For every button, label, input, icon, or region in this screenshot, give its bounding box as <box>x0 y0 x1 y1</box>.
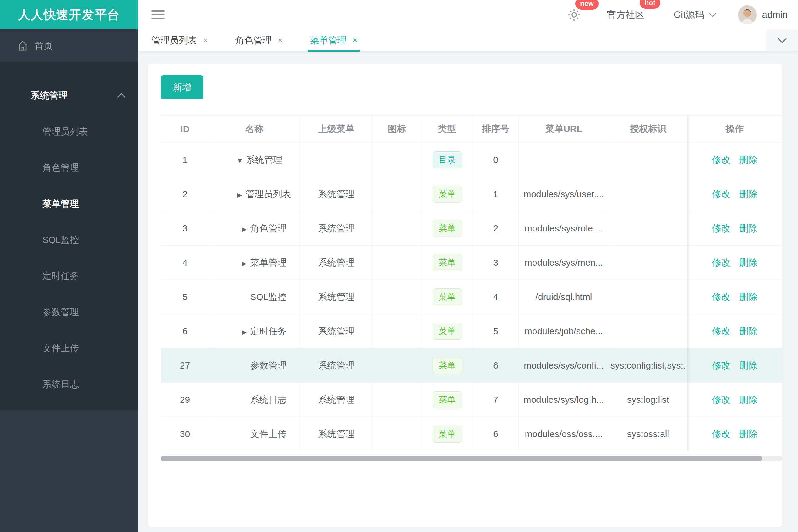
menu-name: 文件上传 <box>250 429 287 439</box>
delete-link[interactable]: 删除 <box>739 429 758 439</box>
sidebar-item-system-log[interactable]: 系统日志 <box>0 366 138 402</box>
menu-name: 定时任务 <box>250 326 287 336</box>
table-row: 5 SQL监控 系统管理 菜单 4 /druid/sql.html 修改删 <box>161 280 782 314</box>
expand-arrow-icon[interactable]: ▶ <box>240 328 248 336</box>
cell-ops: 修改删除 <box>687 348 782 383</box>
cell-id: 27 <box>161 348 209 383</box>
sidebar: 人人快速开发平台 首页 系统管理 管理员列表 角色管理 菜单管理 SQL监控 定… <box>0 0 138 532</box>
sidebar-home-label: 首页 <box>35 40 53 52</box>
chevron-down-icon <box>777 37 787 43</box>
delete-link[interactable]: 删除 <box>739 292 758 302</box>
tab-close-icon[interactable]: × <box>203 36 208 44</box>
expand-arrow-icon[interactable]: ▶ <box>240 226 248 233</box>
edit-link[interactable]: 修改 <box>712 292 730 302</box>
type-badge: 菜单 <box>433 254 462 271</box>
tabs-overflow-button[interactable] <box>766 30 798 51</box>
new-badge: new <box>575 0 599 10</box>
delete-link[interactable]: 删除 <box>739 326 758 336</box>
delete-link[interactable]: 删除 <box>739 223 758 233</box>
menu-mgmt-panel: 新增 ID 名称 上级菜单 图标 类型 排 <box>148 64 782 527</box>
sidebar-submenu-system: 系统管理 管理员列表 角色管理 菜单管理 SQL监控 定时任务 参数管理 文件上… <box>0 62 138 411</box>
sidebar-item-scheduled-tasks[interactable]: 定时任务 <box>0 258 138 294</box>
cell-type: 菜单 <box>422 211 473 246</box>
cell-icon <box>373 211 422 246</box>
cell-url <box>519 143 609 177</box>
edit-link[interactable]: 修改 <box>712 360 730 370</box>
cell-perm <box>609 314 687 348</box>
app-window: 人人快速开发平台 首页 系统管理 管理员列表 角色管理 菜单管理 SQL监控 定… <box>0 0 798 532</box>
sidebar-section-system[interactable]: 系统管理 <box>0 77 138 114</box>
cell-parent: 系统管理 <box>300 246 373 280</box>
edit-link[interactable]: 修改 <box>712 395 730 405</box>
horizontal-scrollbar-track[interactable] <box>161 456 782 461</box>
edit-link[interactable]: 修改 <box>712 326 730 336</box>
menu-name: 系统管理 <box>246 155 282 165</box>
sidebar-item-sql-monitor[interactable]: SQL监控 <box>0 222 138 258</box>
horizontal-scrollbar-thumb[interactable] <box>161 456 762 461</box>
col-header-icon: 图标 <box>373 116 422 143</box>
cell-ops: 修改删除 <box>687 177 782 211</box>
app-logo: 人人快速开发平台 <box>0 0 138 30</box>
cell-name: SQL监控 <box>209 280 300 314</box>
tab-close-icon[interactable]: × <box>278 36 282 44</box>
avatar[interactable] <box>738 5 757 24</box>
cell-name: ▶定时任务 <box>209 314 300 348</box>
cell-perm <box>609 246 687 280</box>
edit-link[interactable]: 修改 <box>712 155 730 165</box>
table-row: 4 ▶菜单管理 系统管理 菜单 3 modules/sys/men... <box>161 246 782 280</box>
avatar-image <box>738 5 757 24</box>
cell-type: 菜单 <box>422 314 473 348</box>
delete-link[interactable]: 删除 <box>739 360 758 370</box>
cell-url: modules/sys/log.h... <box>519 383 609 417</box>
cell-perm: sys:log:list <box>609 383 687 417</box>
sidebar-item-menu-mgmt[interactable]: 菜单管理 <box>0 186 138 222</box>
cell-type: 菜单 <box>422 280 473 314</box>
edit-link[interactable]: 修改 <box>712 258 730 267</box>
cell-name: ▶菜单管理 <box>209 246 300 280</box>
cell-perm <box>609 143 687 177</box>
col-header-type: 类型 <box>422 116 473 143</box>
sidebar-item-file-upload[interactable]: 文件上传 <box>0 330 138 366</box>
git-source-dropdown[interactable]: Git源码 <box>673 8 717 21</box>
settings-button[interactable]: new <box>568 8 581 21</box>
edit-link[interactable]: 修改 <box>712 189 730 199</box>
cell-url: modules/job/sche... <box>519 314 609 348</box>
delete-link[interactable]: 删除 <box>739 395 758 405</box>
tab-role-mgmt[interactable]: 角色管理 × <box>233 30 285 51</box>
delete-link[interactable]: 删除 <box>739 155 758 165</box>
type-badge: 菜单 <box>433 323 462 340</box>
menu-name: 系统日志 <box>250 395 287 405</box>
collapse-arrow-icon[interactable]: ▼ <box>236 157 244 165</box>
tab-menu-mgmt[interactable]: 菜单管理 × <box>308 30 360 51</box>
delete-link[interactable]: 删除 <box>739 189 758 199</box>
sidebar-item-role-mgmt[interactable]: 角色管理 <box>0 150 138 186</box>
col-header-url: 菜单URL <box>519 116 609 143</box>
community-link[interactable]: 官方社区 hot <box>607 8 645 21</box>
tab-close-icon[interactable]: × <box>353 36 357 44</box>
sidebar-item-param-mgmt[interactable]: 参数管理 <box>0 294 138 330</box>
tab-admin-list[interactable]: 管理员列表 × <box>149 30 210 51</box>
menu-name: 角色管理 <box>250 223 287 233</box>
sidebar-item-admin-list[interactable]: 管理员列表 <box>0 114 138 150</box>
table-row: 1 ▼系统管理 目录 0 修改删除 <box>161 143 782 177</box>
cell-ops: 修改删除 <box>687 417 782 451</box>
cell-order: 6 <box>473 417 519 451</box>
add-button[interactable]: 新增 <box>161 75 203 99</box>
hamburger-menu-icon[interactable] <box>151 8 165 21</box>
topbar: new 官方社区 hot Git源码 admin <box>138 0 798 30</box>
tab-label: 角色管理 <box>235 34 272 47</box>
delete-link[interactable]: 删除 <box>739 258 758 267</box>
cell-ops: 修改删除 <box>687 246 782 280</box>
cell-url: modules/sys/men... <box>519 246 609 280</box>
edit-link[interactable]: 修改 <box>712 429 730 439</box>
tab-label: 菜单管理 <box>310 34 347 47</box>
menu-name: 菜单管理 <box>250 258 287 267</box>
expand-arrow-icon[interactable]: ▶ <box>236 191 244 199</box>
cell-order: 2 <box>473 211 519 246</box>
cell-type: 菜单 <box>422 177 473 211</box>
expand-arrow-icon[interactable]: ▶ <box>240 260 248 267</box>
edit-link[interactable]: 修改 <box>712 223 730 233</box>
sidebar-item-home[interactable]: 首页 <box>0 30 138 62</box>
cell-parent: 系统管理 <box>300 177 373 211</box>
username-label[interactable]: admin <box>762 10 788 20</box>
